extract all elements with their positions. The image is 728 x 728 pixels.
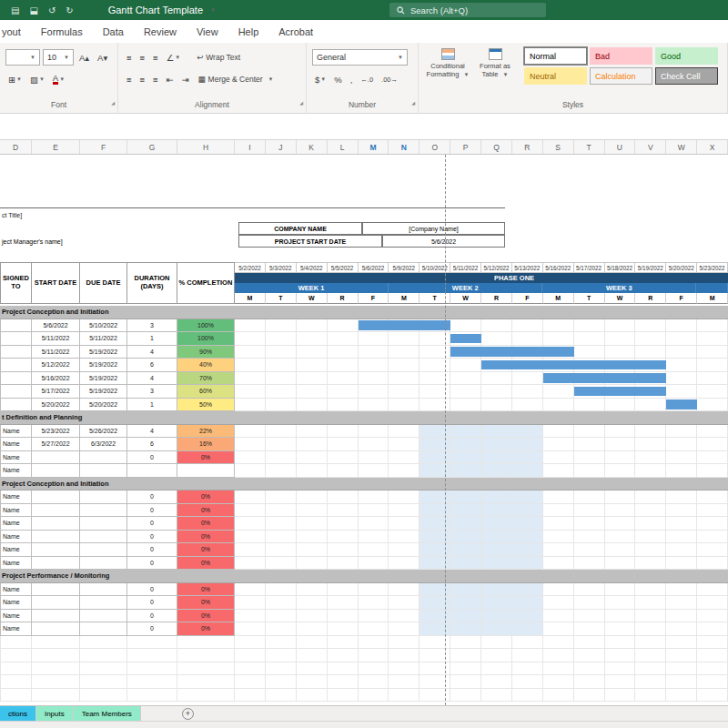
gantt-cell[interactable]	[605, 596, 636, 609]
gantt-cell[interactable]	[666, 504, 697, 517]
due-date-cell[interactable]	[80, 490, 127, 504]
gantt-cell[interactable]	[328, 583, 359, 596]
start-date-cell[interactable]	[32, 596, 80, 610]
spreadsheet-grid[interactable]: ct Title] COMPANY NAME [Company Name] je…	[0, 155, 728, 705]
start-date-cell[interactable]	[32, 464, 80, 478]
gantt-cell[interactable]	[328, 346, 359, 359]
duration-cell[interactable]: 0	[127, 543, 177, 557]
gantt-cell[interactable]	[697, 610, 728, 622]
gantt-cell[interactable]	[297, 517, 328, 530]
gantt-cell[interactable]	[635, 346, 666, 359]
gantt-cell[interactable]	[450, 622, 481, 635]
gantt-cell[interactable]	[328, 649, 359, 662]
date-header-cell[interactable]: 5/12/2022	[481, 263, 512, 273]
gantt-cell[interactable]	[235, 557, 266, 570]
merge-center-button[interactable]: ▦ Merge & Center ▼	[195, 74, 278, 85]
gantt-cell[interactable]	[266, 319, 297, 332]
gantt-cell[interactable]	[297, 622, 328, 635]
gantt-cell[interactable]	[543, 464, 574, 477]
company-name-label-cell[interactable]: COMPANY NAME	[238, 222, 362, 235]
pct-complete-cell[interactable]: 0%	[177, 557, 235, 571]
column-header-G[interactable]: G	[127, 140, 177, 154]
gantt-cell[interactable]	[297, 531, 328, 543]
gantt-cell[interactable]	[328, 464, 359, 477]
duration-cell[interactable]: 1	[127, 399, 177, 412]
date-header-cell[interactable]: 5/20/2022	[666, 263, 697, 273]
gantt-cell[interactable]	[389, 464, 420, 477]
gantt-cell[interactable]	[297, 464, 328, 477]
gantt-cell[interactable]	[359, 675, 389, 688]
undo-icon[interactable]: ↺	[48, 5, 56, 15]
gantt-cell[interactable]	[635, 557, 666, 570]
decrease-font-size-button[interactable]: A▾	[95, 52, 110, 64]
start-date-cell[interactable]: 5/11/2022	[32, 332, 80, 346]
gantt-cell[interactable]	[543, 504, 574, 517]
gantt-cell[interactable]	[481, 610, 512, 622]
gantt-cell[interactable]	[574, 517, 605, 530]
gantt-cell[interactable]	[574, 610, 605, 622]
gantt-cell[interactable]	[666, 543, 697, 556]
gantt-cell[interactable]	[389, 610, 420, 622]
due-date-cell[interactable]: 5/10/2022	[80, 319, 127, 333]
column-header-P[interactable]: P	[450, 140, 481, 154]
day-letter-cell[interactable]: T	[266, 293, 297, 304]
day-letter-cell[interactable]: W	[297, 293, 328, 304]
start-date-cell[interactable]	[32, 557, 80, 571]
gantt-cell[interactable]	[543, 543, 574, 556]
gantt-cell[interactable]	[605, 517, 636, 530]
increase-decimal-button[interactable]: ←.0	[358, 75, 376, 85]
gantt-cell[interactable]	[666, 596, 697, 609]
column-header-U[interactable]: U	[605, 140, 636, 154]
start-date-cell[interactable]: 5/17/2022	[32, 385, 80, 399]
gantt-cell[interactable]	[450, 464, 481, 477]
gantt-cell[interactable]	[574, 504, 605, 517]
gantt-cell[interactable]	[512, 610, 543, 622]
gantt-cell[interactable]	[512, 543, 543, 556]
due-date-cell[interactable]	[80, 596, 127, 610]
gantt-cell[interactable]	[666, 636, 697, 649]
gantt-cell[interactable]	[389, 438, 420, 450]
phase-banner[interactable]: PHASE ONE	[235, 273, 728, 283]
gantt-cell[interactable]	[481, 543, 512, 556]
gantt-cell[interactable]	[605, 451, 636, 464]
gantt-cell[interactable]	[235, 622, 266, 635]
assigned-to-cell[interactable]: Name	[0, 464, 32, 478]
gantt-cell[interactable]	[512, 504, 543, 517]
start-date-cell[interactable]: 5/16/2022	[32, 372, 80, 386]
gantt-cell[interactable]	[666, 557, 697, 570]
autosave-icon[interactable]: ▤	[11, 5, 19, 15]
table-header-cell[interactable]: % COMPLETION	[177, 262, 235, 304]
gantt-cell[interactable]	[235, 464, 266, 477]
gantt-cell[interactable]	[481, 504, 512, 517]
duration-cell[interactable]: 4	[127, 346, 177, 359]
project-manager-cell[interactable]: ject Manager's name]	[0, 235, 238, 248]
gantt-cell[interactable]	[605, 675, 636, 688]
gantt-cell[interactable]	[389, 557, 420, 570]
gantt-cell[interactable]	[697, 346, 728, 359]
gantt-cell[interactable]	[389, 372, 420, 385]
due-date-cell[interactable]: 5/19/2022	[80, 385, 127, 399]
start-date-cell[interactable]	[32, 689, 80, 703]
day-letter-cell[interactable]: W	[450, 293, 481, 304]
duration-cell[interactable]: 0	[127, 583, 177, 597]
pct-complete-cell[interactable]: 0%	[177, 531, 235, 544]
pct-complete-cell[interactable]	[177, 649, 235, 662]
assigned-to-cell[interactable]	[0, 372, 32, 386]
column-header-V[interactable]: V	[635, 140, 666, 154]
gantt-cell[interactable]	[235, 504, 266, 517]
gantt-cell[interactable]	[297, 346, 328, 359]
align-left-button[interactable]: ≡	[124, 74, 135, 86]
gantt-cell[interactable]	[328, 531, 359, 543]
day-letter-cell[interactable]: F	[666, 293, 697, 304]
gantt-cell[interactable]	[574, 451, 605, 464]
gantt-cell[interactable]	[328, 636, 359, 649]
gantt-cell[interactable]	[697, 689, 728, 702]
number-format-select[interactable]: General▼	[312, 49, 408, 66]
gantt-cell[interactable]	[359, 332, 389, 345]
gantt-cell[interactable]	[543, 531, 574, 543]
gantt-cell[interactable]	[605, 504, 636, 517]
gantt-cell[interactable]	[666, 662, 697, 675]
assigned-to-cell[interactable]: Name	[0, 622, 32, 636]
gantt-cell[interactable]	[666, 359, 697, 371]
assigned-to-cell[interactable]: Name	[0, 583, 32, 597]
